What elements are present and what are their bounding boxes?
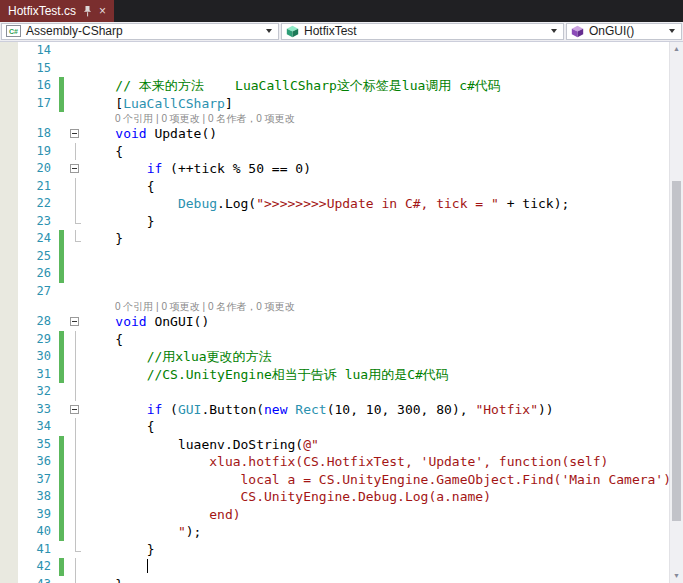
line-number: 30 xyxy=(18,348,58,366)
code-editor[interactable]: 141516 // 本来的方法 LuaCallCSharp这个标签是lua调用 … xyxy=(0,42,683,583)
code-line[interactable]: 39 end) xyxy=(0,506,683,524)
code-line[interactable]: 43 } xyxy=(0,576,683,583)
breakpoint-gutter[interactable] xyxy=(0,471,18,489)
code-line[interactable]: 42 xyxy=(0,558,683,576)
pin-icon[interactable] xyxy=(83,6,92,17)
breakpoint-gutter[interactable] xyxy=(0,558,18,576)
code-line[interactable]: 17 [LuaCallCSharp] xyxy=(0,95,683,113)
code-line[interactable]: 26 xyxy=(0,265,683,283)
code-text: Debug.Log(">>>>>>>>Update in C#, tick = … xyxy=(84,195,569,213)
scroll-up-icon[interactable]: ▲ xyxy=(670,42,683,56)
collapse-toggle-icon[interactable] xyxy=(70,164,79,173)
code-text: xlua.hotfix(CS.HotfixTest, 'Update', fun… xyxy=(84,453,608,471)
breakpoint-gutter[interactable] xyxy=(0,488,18,506)
code-text: [LuaCallCSharp] xyxy=(84,95,233,113)
code-line[interactable]: 38 CS.UnityEngine.Debug.Log(a.name) xyxy=(0,488,683,506)
breakpoint-gutter[interactable] xyxy=(0,283,18,301)
code-line[interactable]: 37 local a = CS.UnityEngine.GameObject.F… xyxy=(0,471,683,489)
breakpoint-gutter[interactable] xyxy=(0,300,18,313)
change-indicator xyxy=(58,366,67,384)
member-dropdown[interactable]: OnGUI() xyxy=(566,23,682,40)
scrollbar-thumb[interactable] xyxy=(672,181,681,521)
breakpoint-gutter[interactable] xyxy=(0,331,18,349)
chevron-down-icon xyxy=(551,29,557,33)
code-line[interactable]: 40 "); xyxy=(0,523,683,541)
code-line[interactable]: 25 xyxy=(0,248,683,266)
breakpoint-gutter[interactable] xyxy=(0,178,18,196)
code-line[interactable]: 18 void Update() xyxy=(0,125,683,143)
collapse-toggle-icon[interactable] xyxy=(70,405,79,414)
codelens-info[interactable]: 0 个引用 | 0 项更改 | 0 名作者，0 项更改 xyxy=(115,112,295,125)
code-line[interactable]: 28 void OnGUI() xyxy=(0,313,683,331)
scroll-down-icon[interactable]: ▼ xyxy=(670,569,683,583)
breakpoint-gutter[interactable] xyxy=(0,77,18,95)
breakpoint-gutter[interactable] xyxy=(0,523,18,541)
code-line[interactable]: 27 xyxy=(0,283,683,301)
visual-studio-editor: HotfixTest.cs × C# Assembly-CSharp Hotfi… xyxy=(0,0,683,583)
outlining-margin xyxy=(67,488,84,506)
breakpoint-gutter[interactable] xyxy=(0,143,18,161)
code-line[interactable]: 30 //用xlua更改的方法 xyxy=(0,348,683,366)
code-line[interactable]: 34 { xyxy=(0,418,683,436)
breakpoint-gutter[interactable] xyxy=(0,418,18,436)
code-line[interactable]: 29 { xyxy=(0,331,683,349)
breakpoint-gutter[interactable] xyxy=(0,265,18,283)
breakpoint-gutter[interactable] xyxy=(0,436,18,454)
breakpoint-gutter[interactable] xyxy=(0,60,18,78)
code-line[interactable]: 16 // 本来的方法 LuaCallCSharp这个标签是lua调用 c#代码 xyxy=(0,77,683,95)
code-line[interactable]: 36 xlua.hotfix(CS.HotfixTest, 'Update', … xyxy=(0,453,683,471)
breakpoint-gutter[interactable] xyxy=(0,42,18,60)
codelens-info[interactable]: 0 个引用 | 0 项更改 | 0 名作者，0 项更改 xyxy=(115,300,295,313)
breakpoint-gutter[interactable] xyxy=(0,195,18,213)
code-line[interactable]: 33 if (GUI.Button(new Rect(10, 10, 300, … xyxy=(0,401,683,419)
codelens-row[interactable]: 0 个引用 | 0 项更改 | 0 名作者，0 项更改 xyxy=(0,300,683,313)
line-number: 41 xyxy=(18,541,58,559)
change-indicator xyxy=(58,230,67,248)
breakpoint-gutter[interactable] xyxy=(0,366,18,384)
breakpoint-gutter[interactable] xyxy=(0,112,18,125)
breakpoint-gutter[interactable] xyxy=(0,248,18,266)
code-line[interactable]: 24 } xyxy=(0,230,683,248)
breakpoint-gutter[interactable] xyxy=(0,541,18,559)
line-number: 20 xyxy=(18,160,58,178)
breakpoint-gutter[interactable] xyxy=(0,348,18,366)
code-line[interactable]: 41 } xyxy=(0,541,683,559)
codelens-row[interactable]: 0 个引用 | 0 项更改 | 0 名作者，0 项更改 xyxy=(0,112,683,125)
breakpoint-gutter[interactable] xyxy=(0,313,18,331)
close-icon[interactable]: × xyxy=(99,5,106,17)
breakpoint-gutter[interactable] xyxy=(0,506,18,524)
change-indicator xyxy=(58,401,67,419)
code-line[interactable]: 23 } xyxy=(0,213,683,231)
breakpoint-gutter[interactable] xyxy=(0,160,18,178)
type-dropdown[interactable]: HotfixTest xyxy=(281,23,564,40)
breakpoint-gutter[interactable] xyxy=(0,230,18,248)
breakpoint-gutter[interactable] xyxy=(0,125,18,143)
collapse-toggle-icon[interactable] xyxy=(70,129,79,138)
code-line[interactable]: 20 if (++tick % 50 == 0) xyxy=(0,160,683,178)
change-indicator xyxy=(58,331,67,349)
change-indicator xyxy=(58,125,67,143)
breakpoint-gutter[interactable] xyxy=(0,453,18,471)
document-tab[interactable]: HotfixTest.cs × xyxy=(0,0,114,22)
code-line[interactable]: 19 { xyxy=(0,143,683,161)
breakpoint-gutter[interactable] xyxy=(0,576,18,583)
vertical-scrollbar[interactable]: ▲ ▼ xyxy=(669,42,683,583)
change-indicator xyxy=(58,488,67,506)
breakpoint-gutter[interactable] xyxy=(0,383,18,401)
line-number: 38 xyxy=(18,488,58,506)
code-line[interactable]: 21 { xyxy=(0,178,683,196)
breakpoint-gutter[interactable] xyxy=(0,95,18,113)
code-line[interactable]: 22 Debug.Log(">>>>>>>>Update in C#, tick… xyxy=(0,195,683,213)
breakpoint-gutter[interactable] xyxy=(0,213,18,231)
code-line[interactable]: 15 xyxy=(0,60,683,78)
project-dropdown[interactable]: C# Assembly-CSharp xyxy=(1,23,279,40)
code-line[interactable]: 35 luaenv.DoString(@" xyxy=(0,436,683,454)
outlining-margin xyxy=(67,401,84,419)
document-tab-strip: HotfixTest.cs × xyxy=(0,0,683,22)
code-line[interactable]: 31 //CS.UnityEngine相当于告诉 lua用的是C#代码 xyxy=(0,366,683,384)
code-line[interactable]: 14 xyxy=(0,42,683,60)
collapse-toggle-icon[interactable] xyxy=(70,317,79,326)
line-number: 14 xyxy=(18,42,58,60)
code-line[interactable]: 32 xyxy=(0,383,683,401)
breakpoint-gutter[interactable] xyxy=(0,401,18,419)
